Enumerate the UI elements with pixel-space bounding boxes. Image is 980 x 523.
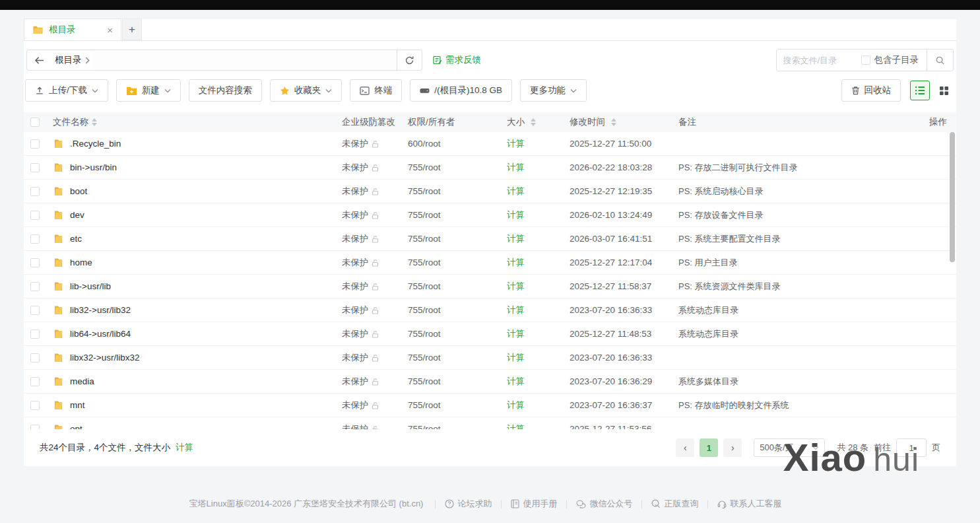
file-name[interactable]: dev (70, 210, 84, 220)
size-calculate-link[interactable]: 计算 (507, 353, 525, 363)
size-calculate-link[interactable]: 计算 (507, 258, 525, 267)
footer-link-forum[interactable]: 论坛求助 (436, 498, 501, 510)
sort-icon[interactable] (611, 118, 616, 126)
row-checkbox[interactable] (30, 163, 40, 172)
prev-page-icon[interactable]: ‹ (676, 438, 694, 457)
upload-download-button[interactable]: 上传/下载 (25, 79, 108, 102)
file-name[interactable]: lib->usr/lib (70, 281, 111, 291)
size-calculate-link[interactable]: 计算 (507, 234, 525, 244)
chevron-right-icon[interactable] (84, 57, 93, 64)
remark-text[interactable]: PS: 存放设备文件目录 (678, 209, 910, 221)
next-page-icon[interactable]: › (723, 438, 742, 457)
row-checkbox[interactable] (30, 258, 40, 267)
row-checkbox[interactable] (30, 353, 40, 363)
search-icon[interactable] (927, 49, 953, 71)
file-name[interactable]: mnt (70, 400, 85, 410)
include-subdir-option[interactable]: 包含子目录 (861, 54, 927, 66)
file-name[interactable]: bin->usr/bin (70, 162, 117, 172)
size-calculate-link[interactable]: 计算 (507, 186, 525, 196)
remark-text[interactable]: PS: 系统启动核心目录 (678, 186, 910, 197)
favorites-button[interactable]: 收藏夹 (270, 79, 343, 102)
row-checkbox[interactable] (30, 282, 40, 291)
header-mtime[interactable]: 修改时间 (570, 117, 605, 127)
search-input[interactable] (777, 55, 861, 65)
content-search-button[interactable]: 文件内容搜索 (189, 79, 262, 102)
include-subdir-checkbox[interactable] (861, 55, 870, 65)
table-row[interactable]: etc 未保护 755/root 计算 2026-03-07 16:41:51 … (24, 227, 956, 251)
size-calculate-link[interactable]: 计算 (507, 329, 525, 339)
new-tab-button[interactable]: + (122, 18, 142, 40)
file-name[interactable]: lib32->usr/lib32 (70, 305, 131, 315)
sort-icon[interactable] (92, 118, 97, 126)
table-row[interactable]: lib32->usr/lib32 未保护 755/root 计算 2023-07… (24, 298, 956, 322)
row-checkbox[interactable] (30, 425, 40, 430)
table-row[interactable]: dev 未保护 755/root 计算 2026-02-10 13:24:49 … (24, 203, 956, 227)
close-icon[interactable]: × (107, 25, 113, 35)
current-page-button[interactable]: 1 (700, 438, 718, 457)
size-calculate-link[interactable]: 计算 (507, 210, 525, 220)
feedback-link[interactable]: 需求反馈 (433, 54, 481, 66)
file-name[interactable]: boot (70, 186, 87, 196)
table-row[interactable]: bin->usr/bin 未保护 755/root 计算 2026-02-22 … (24, 156, 956, 180)
row-checkbox[interactable] (30, 139, 40, 149)
list-view-icon[interactable] (910, 81, 930, 100)
remark-text[interactable]: PS: 用户主目录 (678, 257, 910, 269)
row-checkbox[interactable] (30, 187, 40, 196)
remark-text[interactable]: PS: 系统资源文件类库目录 (678, 281, 910, 293)
remark-text[interactable]: 系统动态库目录 (678, 328, 910, 340)
row-checkbox[interactable] (30, 234, 40, 244)
breadcrumb[interactable]: 根目录 (51, 54, 84, 66)
footer-link-genuine-check[interactable]: 正版查询 (642, 498, 707, 510)
file-name[interactable]: lib64->usr/lib64 (70, 329, 131, 339)
table-scrollbar[interactable] (950, 132, 955, 429)
recycle-bin-button[interactable]: 回收站 (841, 79, 901, 102)
remark-text[interactable]: 系统多媒体目录 (678, 376, 910, 388)
footer-link-manual[interactable]: 使用手册 (502, 498, 566, 510)
remark-text[interactable]: PS: 存放二进制可执行文件目录 (678, 162, 910, 174)
terminal-button[interactable]: 终端 (350, 79, 402, 102)
size-calculate-link[interactable]: 计算 (507, 376, 525, 386)
table-row[interactable]: lib64->usr/lib64 未保护 755/root 计算 2025-12… (24, 322, 956, 346)
disk-usage-button[interactable]: /(根目录)10.8 GB (410, 79, 512, 102)
header-size[interactable]: 大小 (507, 117, 525, 127)
size-calculate-link[interactable]: 计算 (507, 305, 525, 315)
header-file-name[interactable]: 文件名称 (53, 116, 88, 128)
goto-page-input[interactable] (896, 438, 927, 457)
row-checkbox[interactable] (30, 401, 40, 410)
new-button[interactable]: 新建 (116, 79, 181, 102)
file-name[interactable]: libx32->usr/libx32 (70, 353, 139, 363)
size-calculate-link[interactable]: 计算 (507, 139, 525, 149)
table-row[interactable]: .Recycle_bin 未保护 600/root 计算 2025-12-27 … (24, 132, 956, 156)
table-row[interactable]: home 未保护 755/root 计算 2025-12-27 12:17:04… (24, 251, 956, 275)
footer-link-support[interactable]: 联系人工客服 (708, 498, 791, 510)
size-calculate-link[interactable]: 计算 (507, 424, 525, 430)
size-calculate-link[interactable]: 计算 (507, 162, 525, 172)
size-calculate-link[interactable]: 计算 (176, 442, 193, 454)
remark-text[interactable]: PS: 系统主要配置文件目录 (678, 233, 910, 245)
scrollbar-thumb[interactable] (950, 132, 955, 262)
file-name[interactable]: media (70, 376, 94, 386)
path-input[interactable] (93, 50, 397, 70)
table-row[interactable]: mnt 未保护 755/root 计算 2023-07-20 16:36:37 … (24, 394, 956, 417)
remark-text[interactable]: 系统动态库目录 (678, 304, 910, 316)
table-row[interactable]: libx32->usr/libx32 未保护 755/root 计算 2023-… (24, 346, 956, 370)
more-functions-button[interactable]: 更多功能 (520, 79, 587, 102)
back-icon[interactable] (27, 50, 51, 70)
file-name[interactable]: home (70, 258, 92, 267)
tab-root-directory[interactable]: 根目录 × (24, 18, 121, 40)
sort-icon[interactable] (531, 118, 536, 126)
size-calculate-link[interactable]: 计算 (507, 400, 525, 410)
row-checkbox[interactable] (30, 377, 40, 386)
row-checkbox[interactable] (30, 306, 40, 315)
row-checkbox[interactable] (30, 330, 40, 339)
row-checkbox[interactable] (30, 211, 40, 220)
table-row[interactable]: media 未保护 755/root 计算 2023-07-20 16:36:2… (24, 370, 956, 394)
file-name[interactable]: etc (70, 234, 82, 244)
grid-view-icon[interactable] (934, 81, 954, 100)
file-name[interactable]: .Recycle_bin (70, 139, 121, 149)
file-name[interactable]: opt (70, 424, 82, 429)
remark-text[interactable]: PS: 存放临时的映射文件系统 (678, 400, 910, 411)
refresh-icon[interactable] (397, 50, 422, 70)
select-all-checkbox[interactable] (30, 118, 40, 127)
table-row[interactable]: lib->usr/lib 未保护 755/root 计算 2025-12-27 … (24, 275, 956, 298)
